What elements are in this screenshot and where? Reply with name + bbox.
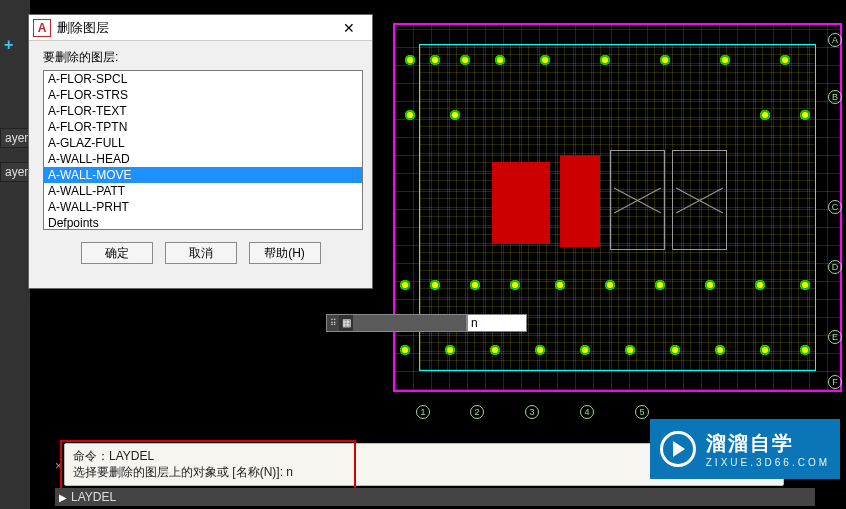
axis-bottom-3: 3 (525, 405, 539, 419)
layer-item[interactable]: A-WALL-PRHT (44, 199, 362, 215)
dialog-prompt: 要删除的图层: (43, 49, 358, 66)
plus-icon[interactable]: + (4, 36, 13, 54)
layer-item[interactable]: A-WALL-HEAD (44, 151, 362, 167)
red-block-2 (560, 155, 600, 247)
axis-right-b: B (828, 90, 842, 104)
cross-box-1 (610, 150, 665, 250)
watermark-domain: ZIXUE.3D66.COM (706, 457, 830, 468)
watermark-badge: 溜溜自学 ZIXUE.3D66.COM (650, 419, 840, 479)
cross-box-2 (672, 150, 727, 250)
dynamic-input-bar[interactable]: ⠿ ▦ (326, 314, 467, 332)
input-mode-icon[interactable]: ▦ (339, 315, 353, 331)
dialog-title: 删除图层 (51, 19, 330, 37)
axis-bottom-4: 4 (580, 405, 594, 419)
dialog-titlebar[interactable]: A 删除图层 ✕ (29, 15, 372, 41)
axis-right-c: C (828, 200, 842, 214)
command-line[interactable]: ▶ LAYDEL (55, 488, 815, 506)
help-button[interactable]: 帮助(H) (249, 242, 321, 264)
layer-item[interactable]: A-FLOR-TEXT (44, 103, 362, 119)
layer-item[interactable]: A-WALL-MOVE (44, 167, 362, 183)
ok-button[interactable]: 确定 (81, 242, 153, 264)
axis-bottom-1: 1 (416, 405, 430, 419)
axis-bottom-5: 5 (635, 405, 649, 419)
cancel-button[interactable]: 取消 (165, 242, 237, 264)
layer-item[interactable]: A-FLOR-STRS (44, 87, 362, 103)
autocad-app-icon: A (33, 19, 51, 37)
axis-right-d: D (828, 260, 842, 274)
drag-handle-icon[interactable]: ⠿ (327, 315, 339, 331)
left-panel-strip (0, 0, 30, 509)
red-block-1 (492, 162, 550, 244)
chevron-right-icon: ▶ (59, 492, 67, 503)
dynamic-input-field[interactable]: n (467, 314, 527, 332)
axis-right-f: F (828, 375, 842, 389)
history-close-icon[interactable]: × (55, 458, 62, 474)
layer-item[interactable]: A-FLOR-TPTN (44, 119, 362, 135)
axis-bottom-2: 2 (470, 405, 484, 419)
command-live-text: LAYDEL (71, 490, 116, 504)
delete-layer-dialog: A 删除图层 ✕ 要删除的图层: A-FLOR-SPCLA-FLOR-STRSA… (28, 14, 373, 289)
play-icon (660, 431, 696, 467)
layer-item[interactable]: A-FLOR-SPCL (44, 71, 362, 87)
axis-right-e: E (828, 330, 842, 344)
layer-item[interactable]: A-GLAZ-FULL (44, 135, 362, 151)
axis-right-a: A (828, 33, 842, 47)
watermark-brand: 溜溜自学 (706, 430, 830, 457)
layer-item[interactable]: Defpoints (44, 215, 362, 230)
layer-item[interactable]: A-WALL-PATT (44, 183, 362, 199)
layer-listbox[interactable]: A-FLOR-SPCLA-FLOR-STRSA-FLOR-TEXTA-FLOR-… (43, 70, 363, 230)
close-icon[interactable]: ✕ (330, 15, 368, 40)
